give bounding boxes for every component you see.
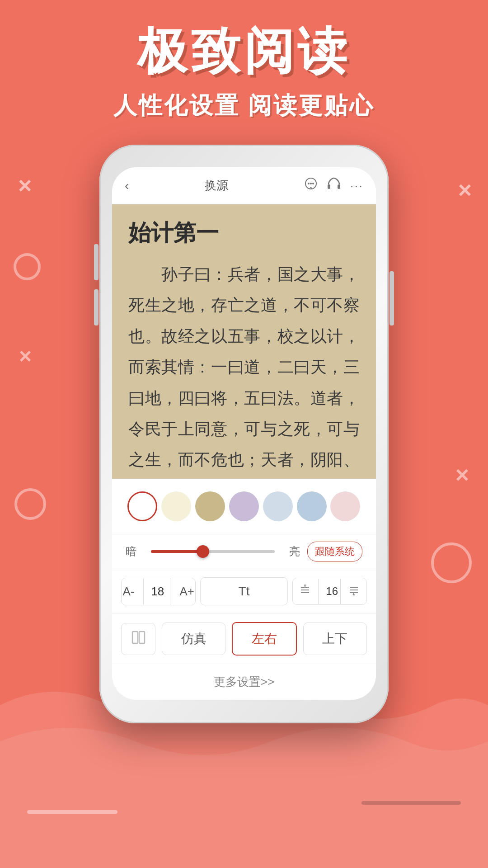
back-button[interactable]: ‹ [125,179,129,193]
horizontal-mode-button[interactable]: 左右 [232,622,296,656]
power-button [389,271,394,326]
color-swatch-pink[interactable] [330,491,360,521]
font-size-control: A- 18 A+ [121,578,196,605]
sub-title: 人性化设置 阅读更贴心 [0,90,488,122]
headphone-icon[interactable] [327,177,341,194]
brightness-dark-label: 暗 [126,544,144,559]
color-swatch-skyblue[interactable] [297,491,327,521]
line-height-value: 16 [318,579,341,604]
svg-rect-5 [338,184,340,189]
decor-x-4: × [455,461,469,488]
vol-down-button [94,289,99,326]
vertical-mode-button[interactable]: 上下 [303,623,367,655]
more-icon[interactable]: ··· [350,179,363,193]
decor-x-1: × [18,172,32,199]
svg-point-3 [312,183,314,184]
phone-mockup: ‹ 换源 [99,145,389,723]
brightness-slider[interactable] [151,550,275,553]
phone-screen: ‹ 换源 [112,167,376,700]
font-type-button[interactable]: Tt [200,577,287,605]
chapter-title: 始计第一 [128,218,360,248]
more-settings-button[interactable]: 更多设置>> [112,664,376,700]
top-title-area: 极致阅读 人性化设置 阅读更贴心 [0,18,488,122]
line-height-increase-icon[interactable] [341,578,367,604]
main-title: 极致阅读 [0,18,488,85]
svg-point-2 [310,183,312,184]
screen-content: ‹ 换源 [112,167,376,700]
chat-icon[interactable] [304,177,318,194]
color-row [112,479,376,534]
vol-up-button [94,244,99,280]
font-decrease-button[interactable]: A- [121,578,143,605]
line-height-control: 16 [292,578,367,605]
svg-point-1 [308,183,310,184]
imitation-mode-button[interactable]: 仿真 [162,623,225,655]
decor-circle-2 [14,488,46,520]
color-swatch-lavender[interactable] [229,491,259,521]
decor-circle-1 [14,253,41,280]
font-row: A- 18 A+ Tt [112,569,376,614]
svg-rect-4 [328,184,330,189]
topbar-icons: ··· [304,177,363,194]
color-swatch-lightblue[interactable] [263,491,293,521]
follow-system-button[interactable]: 跟随系统 [307,542,362,561]
brightness-thumb [197,545,209,558]
color-swatch-white[interactable] [127,491,157,521]
reading-area[interactable]: 始计第一 孙子曰：兵者，国之大事，死生之地，存亡之道，不可不察也。故经之以五事，… [112,204,376,479]
phone-shell: ‹ 换源 [99,145,389,723]
topbar-title[interactable]: 换源 [205,178,228,193]
decor-x-2: × [19,344,32,368]
brightness-row: 暗 亮 跟随系统 [112,534,376,569]
brightness-light-label: 亮 [282,544,300,559]
line-height-decrease-icon[interactable] [292,578,319,604]
decor-circle-3 [431,542,472,583]
font-size-value: 18 [143,578,170,605]
top-bar: ‹ 换源 [112,167,376,204]
font-increase-button[interactable]: A+ [170,578,196,605]
color-swatch-cream[interactable] [161,491,191,521]
svg-rect-14 [132,632,138,643]
decor-x-3: × [458,176,472,203]
layout-row: 仿真 左右 上下 [112,614,376,664]
brightness-fill [151,550,203,553]
reading-text: 孙子曰：兵者，国之大事，死生之地，存亡之道，不可不察也。故经之以五事，校之以计，… [128,259,360,479]
scroll-mode-icon-button[interactable] [121,623,155,655]
svg-rect-15 [139,632,145,643]
settings-panel: 暗 亮 跟随系统 A- 18 A+ [112,479,376,700]
color-swatch-tan[interactable] [195,491,225,521]
